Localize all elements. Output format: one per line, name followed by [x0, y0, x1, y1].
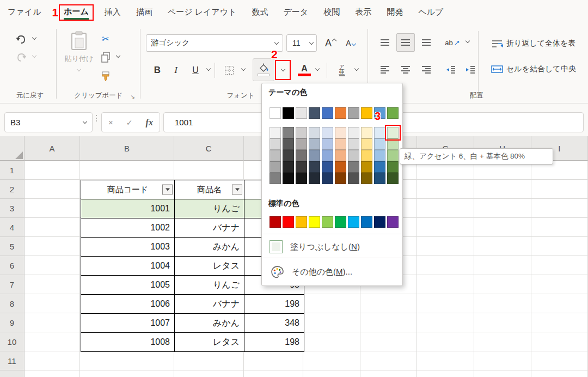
variant-color-r3-c0[interactable]: [270, 161, 281, 173]
variant-color-r1-c4[interactable]: [322, 138, 333, 150]
orientation-button[interactable]: ab↗: [442, 33, 463, 52]
table-cell-r8-price[interactable]: 198: [244, 333, 304, 351]
table-cell-r1-code[interactable]: 1001: [81, 199, 174, 218]
name-box-dropdown-arrow[interactable]: [83, 119, 87, 124]
cell-A1[interactable]: [24, 161, 81, 180]
cell-H2[interactable]: [474, 180, 531, 199]
theme-color-2[interactable]: [296, 107, 307, 119]
variant-color-r3-c4[interactable]: [322, 161, 333, 173]
phonetic-dropdown-arrow[interactable]: [354, 66, 359, 71]
increase-font-button[interactable]: A: [321, 35, 340, 51]
variant-color-r0-c4[interactable]: [322, 127, 333, 138]
variant-color-r0-c7[interactable]: [361, 127, 372, 138]
redo-dropdown-arrow[interactable]: [32, 53, 36, 58]
cell-E12[interactable]: [303, 370, 360, 377]
row-header-2[interactable]: 2: [0, 180, 24, 199]
col-header-C[interactable]: C: [174, 136, 244, 161]
table-cell-r2-name[interactable]: バナナ: [175, 218, 244, 237]
standard-color-6[interactable]: [348, 216, 359, 228]
variant-color-r2-c9[interactable]: [387, 150, 399, 161]
cell-G3[interactable]: [417, 199, 474, 218]
name-box[interactable]: B3: [4, 112, 93, 132]
standard-color-0[interactable]: [270, 216, 281, 228]
cell-G8[interactable]: [417, 294, 474, 313]
table-cell-r3-code[interactable]: 1003: [81, 238, 174, 256]
variant-color-r0-c1[interactable]: [283, 127, 294, 138]
variant-color-r3-c7[interactable]: [361, 161, 372, 173]
cell-A6[interactable]: [24, 256, 81, 275]
cell-G4[interactable]: [417, 218, 474, 237]
variant-color-r3-c1[interactable]: [283, 161, 294, 173]
cell-I7[interactable]: [531, 275, 588, 294]
italic-button[interactable]: I: [170, 61, 182, 80]
decrease-font-button[interactable]: A: [342, 35, 359, 51]
cell-I8[interactable]: [531, 294, 588, 313]
font-size-select[interactable]: 11: [286, 34, 317, 52]
row-header-3[interactable]: 3: [0, 199, 24, 218]
variant-color-r2-c4[interactable]: [322, 150, 333, 161]
table-cell-r3-name[interactable]: みかん: [175, 238, 244, 256]
cell-D11[interactable]: [244, 351, 304, 370]
cell-F10[interactable]: [360, 332, 418, 351]
variant-color-r1-c6[interactable]: [348, 138, 359, 150]
row-header-4[interactable]: 4: [0, 218, 24, 237]
standard-color-1[interactable]: [283, 216, 294, 228]
copy-dropdown-arrow[interactable]: [116, 53, 120, 58]
cell-I4[interactable]: [531, 218, 588, 237]
variant-color-r4-c6[interactable]: [348, 173, 359, 184]
cell-G12[interactable]: [417, 370, 474, 377]
variant-color-r1-c7[interactable]: [361, 138, 372, 150]
tab-review[interactable]: 校閲: [323, 7, 340, 17]
merge-center-button[interactable]: セルを結合して中央: [491, 64, 576, 74]
cell-A12[interactable]: [24, 370, 81, 377]
cell-H11[interactable]: [474, 351, 531, 370]
variant-color-r0-c6[interactable]: [348, 127, 359, 138]
table-cell-r5-code[interactable]: 1005: [81, 276, 174, 294]
cell-A2[interactable]: [24, 180, 81, 199]
table-cell-r7-code[interactable]: 1007: [81, 314, 174, 332]
cell-H5[interactable]: [474, 237, 531, 256]
standard-color-2[interactable]: [296, 216, 307, 228]
cell-G6[interactable]: [417, 256, 474, 275]
cell-G9[interactable]: [417, 313, 474, 332]
variant-color-r2-c6[interactable]: [348, 150, 359, 161]
tab-insert[interactable]: 挿入: [105, 7, 121, 17]
variant-color-r2-c3[interactable]: [309, 150, 320, 161]
cell-A8[interactable]: [24, 294, 81, 313]
cell-H3[interactable]: [474, 199, 531, 218]
tab-page-layout[interactable]: ページ レイアウト: [168, 7, 237, 17]
tab-help[interactable]: ヘルプ: [418, 7, 443, 17]
cell-B11[interactable]: [80, 351, 174, 370]
cell-E10[interactable]: [303, 332, 360, 351]
cell-C11[interactable]: [174, 351, 244, 370]
cell-G2[interactable]: [417, 180, 474, 199]
cell-I2[interactable]: [531, 180, 588, 199]
cell-B1[interactable]: [80, 161, 174, 180]
tab-home[interactable]: ホーム: [59, 4, 94, 21]
variant-color-r2-c8[interactable]: [374, 150, 385, 161]
cell-G11[interactable]: [417, 351, 474, 370]
fill-color-button[interactable]: [253, 58, 274, 81]
cell-I12[interactable]: [531, 370, 588, 377]
cell-D12[interactable]: [244, 370, 304, 377]
table-cell-r2-code[interactable]: 1002: [81, 218, 174, 237]
variant-color-r1-c1[interactable]: [283, 138, 294, 150]
row-header-6[interactable]: 6: [0, 256, 24, 275]
orientation-dropdown-arrow[interactable]: [465, 39, 470, 43]
row-header-8[interactable]: 8: [0, 294, 24, 313]
tab-file[interactable]: ファイル: [8, 7, 41, 17]
variant-color-r1-c3[interactable]: [309, 138, 320, 150]
variant-color-r4-c8[interactable]: [374, 173, 385, 184]
variant-color-r3-c9[interactable]: [387, 161, 399, 173]
row-header-10[interactable]: 10: [0, 332, 24, 351]
increase-indent-button[interactable]: [462, 60, 479, 79]
cell-F9[interactable]: [360, 313, 418, 332]
font-color-dropdown-arrow[interactable]: [315, 66, 320, 71]
cell-C12[interactable]: [174, 370, 244, 377]
cancel-icon[interactable]: ×: [108, 118, 113, 127]
variant-color-r2-c1[interactable]: [283, 150, 294, 161]
copy-button[interactable]: [99, 51, 112, 64]
theme-color-3[interactable]: [309, 107, 320, 119]
variant-color-r4-c3[interactable]: [309, 173, 320, 184]
enter-icon[interactable]: ✓: [126, 118, 133, 127]
